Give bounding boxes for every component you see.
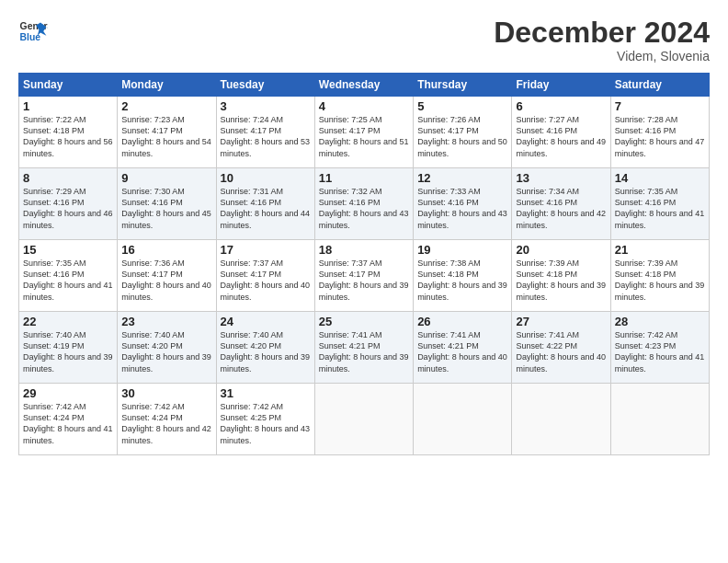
day-number: 10 xyxy=(221,171,311,185)
col-monday: Monday xyxy=(118,74,216,97)
day-number: 30 xyxy=(121,386,211,400)
day-info: Sunrise: 7:35 AM Sunset: 4:16 PM Dayligh… xyxy=(23,258,113,303)
day-info: Sunrise: 7:24 AM Sunset: 4:17 PM Dayligh… xyxy=(221,114,311,159)
calendar-cell: 21 Sunrise: 7:39 AM Sunset: 4:18 PM Dayl… xyxy=(610,240,709,312)
day-number: 19 xyxy=(417,243,507,257)
day-info: Sunrise: 7:31 AM Sunset: 4:16 PM Dayligh… xyxy=(221,186,311,231)
day-info: Sunrise: 7:22 AM Sunset: 4:18 PM Dayligh… xyxy=(23,114,113,159)
calendar-cell: 7 Sunrise: 7:28 AM Sunset: 4:16 PM Dayli… xyxy=(610,97,709,168)
day-info: Sunrise: 7:30 AM Sunset: 4:16 PM Dayligh… xyxy=(121,186,211,231)
day-number: 12 xyxy=(417,171,507,185)
day-number: 7 xyxy=(615,99,705,113)
day-number: 2 xyxy=(121,99,211,113)
day-number: 14 xyxy=(615,171,705,185)
svg-text:Blue: Blue xyxy=(20,32,41,42)
day-number: 31 xyxy=(221,386,311,400)
calendar-cell: 1 Sunrise: 7:22 AM Sunset: 4:18 PM Dayli… xyxy=(19,97,118,168)
calendar-cell: 11 Sunrise: 7:32 AM Sunset: 4:16 PM Dayl… xyxy=(314,168,413,240)
calendar-cell: 14 Sunrise: 7:35 AM Sunset: 4:16 PM Dayl… xyxy=(610,168,709,240)
day-info: Sunrise: 7:41 AM Sunset: 4:22 PM Dayligh… xyxy=(516,329,606,374)
day-info: Sunrise: 7:29 AM Sunset: 4:16 PM Dayligh… xyxy=(23,186,113,231)
day-info: Sunrise: 7:38 AM Sunset: 4:18 PM Dayligh… xyxy=(417,258,507,303)
col-wednesday: Wednesday xyxy=(314,74,413,97)
day-number: 24 xyxy=(221,315,311,328)
calendar-cell xyxy=(314,384,413,455)
day-info: Sunrise: 7:32 AM Sunset: 4:16 PM Dayligh… xyxy=(319,186,409,231)
calendar-table: Sunday Monday Tuesday Wednesday Thursday… xyxy=(18,73,710,455)
calendar-cell: 12 Sunrise: 7:33 AM Sunset: 4:16 PM Dayl… xyxy=(414,168,512,240)
week-row-4: 22 Sunrise: 7:40 AM Sunset: 4:19 PM Dayl… xyxy=(19,312,710,384)
day-info: Sunrise: 7:42 AM Sunset: 4:23 PM Dayligh… xyxy=(615,329,705,374)
day-number: 9 xyxy=(121,171,211,185)
day-number: 1 xyxy=(23,99,113,113)
day-number: 4 xyxy=(319,99,409,113)
calendar-cell: 15 Sunrise: 7:35 AM Sunset: 4:16 PM Dayl… xyxy=(19,240,118,312)
day-number: 6 xyxy=(516,99,606,113)
calendar-page: General Blue December 2024 Videm, Sloven… xyxy=(0,0,728,563)
day-info: Sunrise: 7:42 AM Sunset: 4:25 PM Dayligh… xyxy=(221,401,311,446)
day-number: 21 xyxy=(615,243,705,257)
title-block: December 2024 Videm, Slovenia xyxy=(494,17,710,63)
calendar-cell: 30 Sunrise: 7:42 AM Sunset: 4:24 PM Dayl… xyxy=(118,384,216,455)
day-info: Sunrise: 7:41 AM Sunset: 4:21 PM Dayligh… xyxy=(417,329,507,374)
day-info: Sunrise: 7:36 AM Sunset: 4:17 PM Dayligh… xyxy=(121,258,211,303)
col-tuesday: Tuesday xyxy=(216,74,314,97)
day-number: 23 xyxy=(121,315,211,328)
day-info: Sunrise: 7:33 AM Sunset: 4:16 PM Dayligh… xyxy=(417,186,507,231)
day-info: Sunrise: 7:26 AM Sunset: 4:17 PM Dayligh… xyxy=(417,114,507,159)
calendar-cell: 29 Sunrise: 7:42 AM Sunset: 4:24 PM Dayl… xyxy=(19,384,118,455)
day-info: Sunrise: 7:39 AM Sunset: 4:18 PM Dayligh… xyxy=(516,258,606,303)
header: General Blue December 2024 Videm, Sloven… xyxy=(18,17,710,63)
day-number: 8 xyxy=(23,171,113,185)
day-number: 26 xyxy=(417,315,507,328)
calendar-cell: 26 Sunrise: 7:41 AM Sunset: 4:21 PM Dayl… xyxy=(414,312,512,384)
day-info: Sunrise: 7:37 AM Sunset: 4:17 PM Dayligh… xyxy=(319,258,409,303)
day-number: 18 xyxy=(319,243,409,257)
calendar-cell: 25 Sunrise: 7:41 AM Sunset: 4:21 PM Dayl… xyxy=(314,312,413,384)
day-number: 27 xyxy=(516,315,606,328)
calendar-cell: 8 Sunrise: 7:29 AM Sunset: 4:16 PM Dayli… xyxy=(19,168,118,240)
calendar-cell: 6 Sunrise: 7:27 AM Sunset: 4:16 PM Dayli… xyxy=(512,97,610,168)
day-info: Sunrise: 7:34 AM Sunset: 4:16 PM Dayligh… xyxy=(516,186,606,231)
day-info: Sunrise: 7:28 AM Sunset: 4:16 PM Dayligh… xyxy=(615,114,705,159)
col-sunday: Sunday xyxy=(19,74,118,97)
day-info: Sunrise: 7:40 AM Sunset: 4:20 PM Dayligh… xyxy=(221,329,311,374)
day-number: 15 xyxy=(23,243,113,257)
day-info: Sunrise: 7:39 AM Sunset: 4:18 PM Dayligh… xyxy=(615,258,705,303)
week-row-2: 8 Sunrise: 7:29 AM Sunset: 4:16 PM Dayli… xyxy=(19,168,710,240)
calendar-cell xyxy=(414,384,512,455)
calendar-cell: 20 Sunrise: 7:39 AM Sunset: 4:18 PM Dayl… xyxy=(512,240,610,312)
calendar-cell: 17 Sunrise: 7:37 AM Sunset: 4:17 PM Dayl… xyxy=(216,240,314,312)
header-row: Sunday Monday Tuesday Wednesday Thursday… xyxy=(19,74,710,97)
logo-icon: General Blue xyxy=(18,17,48,46)
calendar-cell xyxy=(512,384,610,455)
day-info: Sunrise: 7:42 AM Sunset: 4:24 PM Dayligh… xyxy=(23,401,113,446)
day-number: 13 xyxy=(516,171,606,185)
day-number: 29 xyxy=(23,386,113,400)
day-info: Sunrise: 7:27 AM Sunset: 4:16 PM Dayligh… xyxy=(516,114,606,159)
week-row-3: 15 Sunrise: 7:35 AM Sunset: 4:16 PM Dayl… xyxy=(19,240,710,312)
day-number: 28 xyxy=(615,315,705,328)
calendar-cell: 24 Sunrise: 7:40 AM Sunset: 4:20 PM Dayl… xyxy=(216,312,314,384)
day-number: 17 xyxy=(221,243,311,257)
calendar-cell: 23 Sunrise: 7:40 AM Sunset: 4:20 PM Dayl… xyxy=(118,312,216,384)
calendar-cell: 28 Sunrise: 7:42 AM Sunset: 4:23 PM Dayl… xyxy=(610,312,709,384)
day-info: Sunrise: 7:40 AM Sunset: 4:19 PM Dayligh… xyxy=(23,329,113,374)
calendar-cell xyxy=(610,384,709,455)
calendar-cell: 27 Sunrise: 7:41 AM Sunset: 4:22 PM Dayl… xyxy=(512,312,610,384)
day-info: Sunrise: 7:35 AM Sunset: 4:16 PM Dayligh… xyxy=(615,186,705,231)
logo: General Blue xyxy=(18,17,48,46)
col-saturday: Saturday xyxy=(610,74,709,97)
calendar-cell: 13 Sunrise: 7:34 AM Sunset: 4:16 PM Dayl… xyxy=(512,168,610,240)
day-number: 25 xyxy=(319,315,409,328)
calendar-cell: 2 Sunrise: 7:23 AM Sunset: 4:17 PM Dayli… xyxy=(118,97,216,168)
day-number: 3 xyxy=(221,99,311,113)
day-number: 5 xyxy=(417,99,507,113)
calendar-cell: 10 Sunrise: 7:31 AM Sunset: 4:16 PM Dayl… xyxy=(216,168,314,240)
calendar-cell: 5 Sunrise: 7:26 AM Sunset: 4:17 PM Dayli… xyxy=(414,97,512,168)
col-friday: Friday xyxy=(512,74,610,97)
day-info: Sunrise: 7:42 AM Sunset: 4:24 PM Dayligh… xyxy=(121,401,211,446)
day-number: 11 xyxy=(319,171,409,185)
calendar-cell: 3 Sunrise: 7:24 AM Sunset: 4:17 PM Dayli… xyxy=(216,97,314,168)
calendar-cell: 22 Sunrise: 7:40 AM Sunset: 4:19 PM Dayl… xyxy=(19,312,118,384)
